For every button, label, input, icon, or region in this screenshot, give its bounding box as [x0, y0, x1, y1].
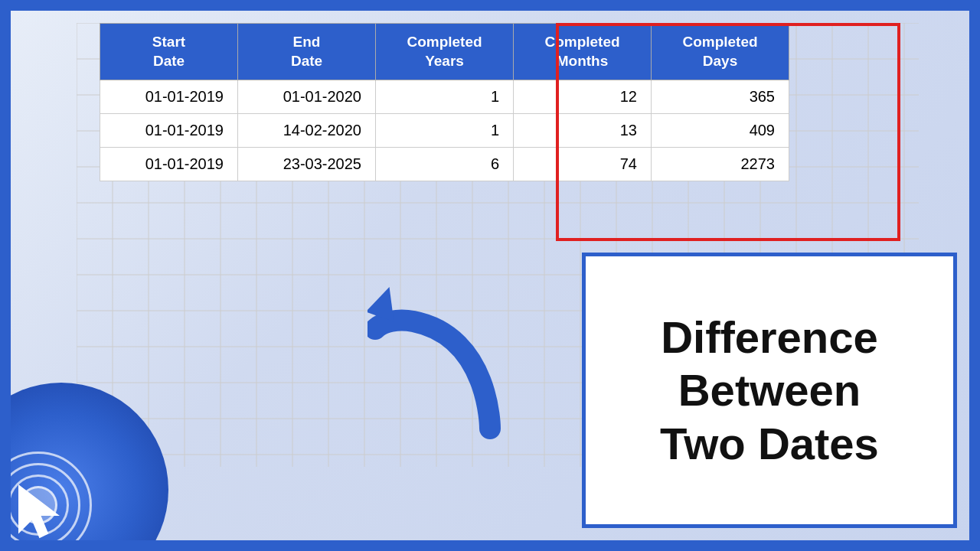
cell-days-1: 365 — [652, 80, 789, 114]
cell-years-1: 1 — [376, 80, 514, 114]
table-row: 01-01-2019 23-03-2025 6 74 2273 — [100, 148, 789, 181]
header-start-date: StartDate — [100, 24, 238, 80]
info-line2: Between — [678, 365, 861, 415]
arrow-container — [368, 276, 536, 447]
info-text: Difference Between Two Dates — [652, 303, 887, 478]
cell-start-date-1: 01-01-2019 — [100, 80, 238, 114]
info-box: Difference Between Two Dates — [582, 253, 957, 528]
info-line3: Two Dates — [660, 419, 879, 468]
header-end-date: EndDate — [238, 24, 376, 80]
table-row: 01-01-2019 14-02-2020 1 13 409 — [100, 114, 789, 148]
cell-months-3: 74 — [514, 148, 652, 181]
cell-months-1: 12 — [514, 80, 652, 114]
data-table: StartDate EndDate CompletedYears Complet… — [100, 23, 789, 181]
cell-start-date-3: 01-01-2019 — [100, 148, 238, 181]
cell-days-2: 409 — [652, 114, 789, 148]
arrow-icon — [368, 276, 536, 444]
cell-days-3: 2273 — [652, 148, 789, 181]
header-completed-months: CompletedMonths — [514, 24, 652, 80]
svg-marker-1 — [19, 486, 57, 537]
cell-start-date-2: 01-01-2019 — [100, 114, 238, 148]
info-line1: Difference — [661, 312, 878, 362]
cursor-icon — [15, 482, 69, 543]
cell-months-2: 13 — [514, 114, 652, 148]
table-row: 01-01-2019 01-01-2020 1 12 365 — [100, 80, 789, 114]
cell-years-2: 1 — [376, 114, 514, 148]
cell-end-date-3: 23-03-2025 — [238, 148, 376, 181]
cell-end-date-2: 14-02-2020 — [238, 114, 376, 148]
cell-years-3: 6 — [376, 148, 514, 181]
cell-end-date-1: 01-01-2020 — [238, 80, 376, 114]
header-completed-years: CompletedYears — [376, 24, 514, 80]
header-completed-days: CompletedDays — [652, 24, 789, 80]
main-container: StartDate EndDate CompletedYears Complet… — [0, 0, 980, 551]
spreadsheet-wrapper: StartDate EndDate CompletedYears Complet… — [100, 23, 789, 181]
